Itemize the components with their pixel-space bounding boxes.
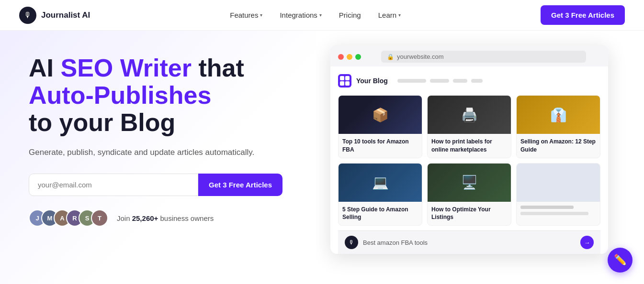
chevron-down-icon: ▾	[319, 12, 322, 18]
nav-pricing[interactable]: Pricing	[339, 11, 361, 19]
url-bar[interactable]: 🔒 yourwebsite.com	[381, 51, 586, 63]
article-card[interactable]: 👔 Selling on Amazon: 12 Step Guide	[516, 95, 600, 158]
article-info: How to Optimize Your Listings	[428, 202, 511, 226]
lock-icon: 🔒	[387, 54, 394, 60]
avatar-group: J M A R S T	[29, 209, 103, 227]
browser-bar: 🔒 yourwebsite.com	[330, 45, 608, 66]
article-card[interactable]: 💻 5 Step Guide to Amazon Selling	[338, 163, 422, 226]
logo[interactable]: 🎙 Journalist AI	[19, 7, 90, 24]
blank-info	[517, 202, 600, 219]
browser-content: Your Blog 📦 Top 10 tools for Amazon	[330, 66, 608, 254]
browser-side: 🔒 yourwebsite.com Your Blog	[316, 31, 644, 284]
article-grid: 📦 Top 10 tools for Amazon FBA 🖨️ How to …	[338, 95, 600, 230]
email-form: Get 3 Free Articles	[29, 174, 282, 196]
article-info: Selling on Amazon: 12 Step Guide	[517, 134, 600, 158]
social-proof-text: Join 25,260+ business owners	[117, 214, 214, 222]
chat-widget-button[interactable]: ✏️	[608, 248, 633, 273]
article-thumbnail: 👔	[517, 96, 600, 134]
logo-text: Journalist AI	[41, 11, 90, 20]
article-card[interactable]: 📦 Top 10 tools for Amazon FBA	[338, 95, 422, 158]
chevron-down-icon: ▾	[260, 12, 262, 18]
article-info: 5 Step Guide to Amazon Selling	[339, 202, 422, 226]
email-input[interactable]	[29, 174, 198, 196]
article-thumbnail: 📦	[339, 96, 422, 134]
hero-subtitle: Generate, publish, syndicate and update …	[29, 146, 297, 159]
blog-header: Your Blog	[338, 74, 600, 87]
close-dot	[338, 54, 344, 60]
chat-input[interactable]: Best amazon FBA tools	[363, 239, 576, 246]
chat-bar: 🎙 Best amazon FBA tools →	[338, 230, 600, 254]
navbar: 🎙 Journalist AI Features ▾ Integrations …	[0, 0, 644, 31]
article-thumbnail: 🖨️	[428, 96, 511, 134]
article-thumbnail: 🖥️	[428, 164, 511, 202]
blog-nav-lines	[397, 79, 483, 83]
article-title: How to print labels for online marketpla…	[431, 138, 507, 154]
chevron-down-icon: ▾	[398, 12, 401, 18]
chat-logo-icon: 🎙	[345, 236, 358, 249]
article-card[interactable]: 🖥️ How to Optimize Your Listings	[427, 163, 511, 226]
article-card-blank	[516, 163, 600, 226]
browser-dots	[338, 54, 361, 60]
minimize-dot	[347, 54, 352, 60]
nav-learn[interactable]: Learn ▾	[378, 11, 401, 19]
avatar: T	[91, 209, 108, 227]
logo-icon: 🎙	[19, 7, 36, 24]
article-title: Selling on Amazon: 12 Step Guide	[520, 138, 596, 154]
social-proof: J M A R S T Join 25,260+ business owners	[29, 209, 297, 227]
nav-cta-button[interactable]: Get 3 Free Articles	[541, 5, 625, 25]
article-info: Top 10 tools for Amazon FBA	[339, 134, 422, 158]
browser-window: 🔒 yourwebsite.com Your Blog	[330, 45, 608, 254]
nav-integrations[interactable]: Integrations ▾	[280, 11, 321, 19]
article-title: How to Optimize Your Listings	[431, 206, 507, 222]
article-thumbnail: 💻	[339, 164, 422, 202]
article-thumbnail-blank	[517, 164, 600, 202]
chat-widget-icon: ✏️	[614, 254, 627, 266]
chat-send-button[interactable]: →	[580, 236, 594, 249]
article-info: How to print labels for online marketpla…	[428, 134, 511, 158]
maximize-dot	[355, 54, 361, 60]
hero-section: AI SEO Writer that Auto-Publishes to you…	[0, 31, 316, 284]
nav-links: Features ▾ Integrations ▾ Pricing Learn …	[230, 11, 401, 19]
main-content: AI SEO Writer that Auto-Publishes to you…	[0, 31, 644, 284]
article-title: Top 10 tools for Amazon FBA	[342, 138, 418, 154]
hero-title: AI SEO Writer that Auto-Publishes to you…	[29, 55, 297, 137]
article-card[interactable]: 🖨️ How to print labels for online market…	[427, 95, 511, 158]
blog-title: Your Blog	[356, 77, 388, 85]
article-title: 5 Step Guide to Amazon Selling	[342, 206, 418, 222]
nav-features[interactable]: Features ▾	[230, 11, 262, 19]
blog-logo	[338, 74, 351, 87]
email-cta-button[interactable]: Get 3 Free Articles	[198, 174, 282, 196]
